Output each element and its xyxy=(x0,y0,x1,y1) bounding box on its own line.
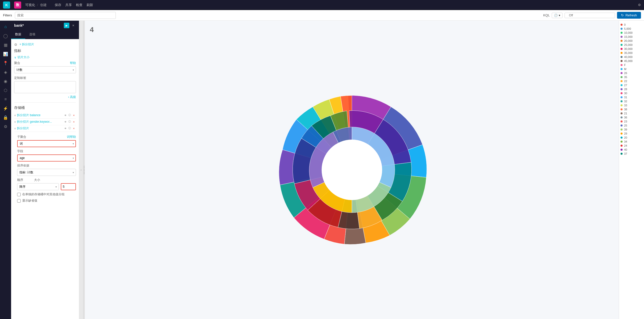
legend-item: 37 xyxy=(621,152,642,156)
bucket2-eye-icon[interactable]: 👁 xyxy=(63,120,67,124)
legend-dot xyxy=(621,40,623,42)
legend-dot xyxy=(621,60,623,62)
sub-agg-help[interactable]: 词帮助 xyxy=(67,135,76,139)
aggregation-row: 聚合 帮助 xyxy=(14,61,76,65)
gear-icon[interactable]: ⚙ xyxy=(14,43,17,47)
order-select-wrapper: 降序 xyxy=(17,183,59,190)
bucket1-eye-icon[interactable]: 👁 xyxy=(63,113,67,117)
bucket2-label[interactable]: 拆分切片 gender.keywor... xyxy=(17,120,52,124)
sidebar-icon-management[interactable]: ⚙ xyxy=(2,122,10,131)
sidebar-icon-dashboard[interactable]: ▦ xyxy=(2,41,10,49)
size-input[interactable] xyxy=(61,183,76,190)
legend-item: 0 xyxy=(621,23,642,27)
custom-label-section: 定制标签 xyxy=(14,76,76,94)
sidebar-icon-visualize[interactable]: 📊 xyxy=(2,50,10,58)
bucket3-label[interactable]: 拆分切片 xyxy=(17,126,29,131)
sidebar-icon-graph[interactable]: ◉ xyxy=(2,77,10,85)
legend-dot xyxy=(621,64,623,66)
advanced-link[interactable]: › 高级 xyxy=(14,95,76,99)
sidebar-icon-logs[interactable]: ≡ xyxy=(2,95,10,103)
field-select[interactable]: age xyxy=(17,154,76,162)
legend-item: 32 xyxy=(621,99,642,103)
tab-data[interactable]: 数据 xyxy=(11,30,25,39)
custom-label-input[interactable] xyxy=(14,81,76,93)
bucket2-info-icon[interactable]: ⓘ xyxy=(68,120,71,124)
legend-item: 40 xyxy=(621,148,642,152)
group-other-checkbox[interactable] xyxy=(17,193,21,196)
bucket1-delete-icon[interactable]: ✕ xyxy=(72,113,76,117)
legend-dot xyxy=(621,129,623,131)
sort-select-wrapper: 指标: 计数 xyxy=(17,169,76,176)
refresh-nav-button[interactable]: 刷新 xyxy=(87,3,93,7)
panel-title: bank* xyxy=(14,23,24,27)
settings-icon[interactable]: ⚙ xyxy=(638,3,641,7)
bucket3-info-icon[interactable]: ⓘ xyxy=(68,126,71,131)
bucket2-chevron[interactable]: ∨ xyxy=(14,120,16,123)
bucket1-label[interactable]: 拆分切片 balance xyxy=(17,113,40,117)
sidebar-icon-security[interactable]: 🔒 xyxy=(2,113,10,121)
panel-header: bank* ▶ ✕ xyxy=(11,21,79,30)
sidebar-icon-home[interactable]: ⌂ xyxy=(2,23,10,31)
refresh-icon: ↻ xyxy=(621,13,624,17)
legend-dot xyxy=(621,92,623,94)
legend-item: 30,000 xyxy=(621,47,642,51)
legend-dot xyxy=(621,84,623,86)
auto-refresh-badge[interactable]: Off xyxy=(565,13,615,18)
legend-dot xyxy=(621,145,623,147)
legend-dot xyxy=(621,52,623,54)
bucket1-info-icon[interactable]: ⓘ xyxy=(68,113,71,117)
sidebar-icon-infra[interactable]: ⚡ xyxy=(2,104,10,112)
legend-dot xyxy=(621,80,623,82)
order-select[interactable]: 降序 xyxy=(17,183,59,190)
bucket3-eye-icon[interactable]: 👁 xyxy=(63,126,67,131)
legend-dot xyxy=(621,24,623,26)
main-layout: ⌂ ◯ ▦ 📊 📍 ◈ ◉ ⬡ ≡ ⚡ 🔒 ⚙ bank* ▶ ✕ 数据 xyxy=(0,21,644,319)
aggregation-select[interactable]: 计数 xyxy=(14,66,76,73)
close-panel-button[interactable]: ✕ xyxy=(70,23,76,28)
divider-1 xyxy=(14,102,76,103)
share-button[interactable]: 共享 xyxy=(65,3,72,7)
bucket3-delete-icon[interactable]: ✕ xyxy=(72,126,76,131)
sort-select[interactable]: 指标: 计数 xyxy=(17,169,76,176)
sub-agg-label: 子聚合 xyxy=(17,135,26,139)
sidebar-icon-apm[interactable]: ⬡ xyxy=(2,86,10,94)
chevron-down-icon: ▾ xyxy=(559,14,560,17)
refresh-button[interactable]: ↻ Refresh xyxy=(617,12,641,19)
sub-agg-select[interactable]: 词 xyxy=(17,140,76,147)
bucket1-chevron[interactable]: ∨ xyxy=(14,114,16,117)
chevron-icon: ∨ xyxy=(14,56,16,59)
second-bar: Filters KQL 🕐 ▾ Off ↻ Refresh xyxy=(0,10,644,21)
sub-agg-row: 子聚合 词帮助 xyxy=(17,135,76,139)
checkbox1-row: 在单独的存储桶中对其他值分组 xyxy=(17,192,76,197)
legend-item: 28 xyxy=(621,87,642,91)
legend-dot xyxy=(621,68,623,70)
metrics-section-title: 指标 xyxy=(14,49,76,53)
search-input[interactable] xyxy=(15,12,116,19)
time-picker[interactable]: 🕐 ▾ xyxy=(552,13,563,18)
legend-dot xyxy=(621,100,623,102)
inspect-button[interactable]: 检查 xyxy=(76,3,82,7)
help-link[interactable]: 帮助 xyxy=(70,61,76,65)
field-label: 字段 xyxy=(17,149,76,153)
sub-agg-section: 子聚合 词帮助 词 字段 age 排序依据 指标: 计 xyxy=(14,135,76,203)
tab-options[interactable]: 选项 xyxy=(25,30,39,39)
run-button[interactable]: ▶ xyxy=(64,23,69,28)
sidebar-icon-search[interactable]: ◯ xyxy=(2,32,10,40)
panel-tabs: 数据 选项 xyxy=(11,30,79,39)
bucket3-chevron[interactable]: ∧ xyxy=(14,127,16,130)
legend-dot xyxy=(621,44,623,46)
sidebar-icon-ml[interactable]: ◈ xyxy=(2,68,10,76)
show-missing-checkbox[interactable] xyxy=(17,199,21,203)
bucket2-delete-icon[interactable]: ✕ xyxy=(72,120,76,124)
panel-header-actions: ▶ ✕ xyxy=(64,23,76,28)
save-button[interactable]: 保存 xyxy=(55,3,61,7)
sidebar-icon-maps[interactable]: 📍 xyxy=(2,59,10,67)
clock-icon: 🕐 xyxy=(554,14,558,17)
checkbox1-label: 在单独的存储桶中对其他值分组 xyxy=(22,192,65,197)
app-logo: 敦 xyxy=(14,2,21,9)
custom-label-title: 定制标签 xyxy=(14,76,76,80)
collapse-handle[interactable]: ‹ xyxy=(79,21,83,319)
add-filter-link[interactable]: + 拆分切片 xyxy=(19,42,34,47)
legend-dot xyxy=(621,153,623,155)
legend-panel: 05,00010,00015,00020,00025,00030,00035,0… xyxy=(619,21,644,319)
